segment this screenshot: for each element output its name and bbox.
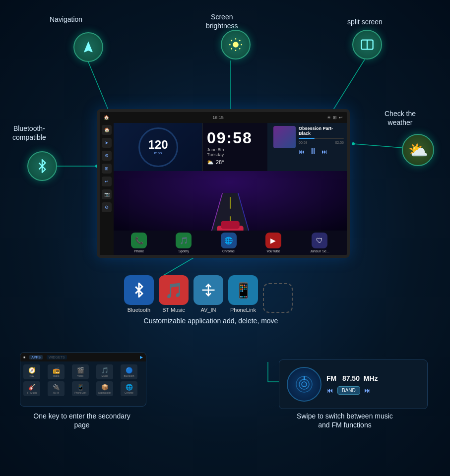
fm-frequency: FM 87.50 MHz xyxy=(326,374,420,382)
sidebar-back[interactable]: ↩ xyxy=(102,177,112,186)
app-junsun[interactable]: 🛡 Junsun Se... xyxy=(310,233,329,253)
dock-empty-slot[interactable] xyxy=(263,283,293,313)
music-controls: ⏮ ⏸ ⏭ xyxy=(299,146,344,157)
bluetooth-label: Bluetooth- compatible xyxy=(12,124,46,142)
prev-button[interactable]: ⏮ xyxy=(299,148,305,155)
fm-controls: ⏮ BAND ⏭ xyxy=(326,386,420,395)
bottom-dock: Bluetooth 🎵 BT Music AV_IN 📱 PhoneLink xyxy=(124,275,293,313)
sp-avin[interactable]: 🔌AV IN xyxy=(48,381,64,396)
svg-point-14 xyxy=(352,142,355,145)
screen-top-section: 120 mph 09:58 June 8th Tuesday ⛅28° xyxy=(114,123,347,171)
weather-button[interactable]: ⛅ xyxy=(402,134,434,166)
weather-label: Check the weather xyxy=(385,109,416,127)
current-date: June 8th xyxy=(207,147,263,152)
svg-line-5 xyxy=(164,258,193,275)
dock-phonelink[interactable]: 📱 PhoneLink xyxy=(228,275,258,313)
splitscreen-label: split screen xyxy=(347,17,383,26)
sp-music[interactable]: 🎵Music xyxy=(96,364,113,379)
splitscreen-button[interactable] xyxy=(352,30,382,60)
music-progress-fill xyxy=(299,138,315,139)
fm-prev-button[interactable]: ⏮ xyxy=(326,386,333,394)
dock-bluetooth[interactable]: Bluetooth xyxy=(124,275,154,313)
sp-phonelink[interactable]: 📱PhoneLink xyxy=(72,381,89,396)
fm-antenna-icon xyxy=(287,367,321,402)
road-scene xyxy=(114,171,347,231)
screen-body: 🏠 ➤ ⚙ ⊞ ↩ 📷 ⚙ 120 mph 09:58 xyxy=(100,123,347,255)
swipe-fm-label: Swipe to switch between music and FM fun… xyxy=(275,412,414,429)
app-youtube-label: YouTube xyxy=(266,249,280,253)
sp-chrome[interactable]: 🌐Chrome xyxy=(121,381,137,396)
speedometer: 120 mph xyxy=(114,123,203,171)
brightness-button[interactable] xyxy=(221,30,251,60)
svg-point-32 xyxy=(302,382,307,387)
screen-main-content: 120 mph 09:58 June 8th Tuesday ⛅28° xyxy=(114,123,347,255)
dock-avin[interactable]: AV_IN xyxy=(193,275,223,313)
music-time-current: 00:58 xyxy=(299,141,308,144)
sidebar-bt[interactable]: ⚙ xyxy=(102,151,112,161)
weather-display: ⛅28° xyxy=(207,159,263,166)
fm-next-button[interactable]: ⏭ xyxy=(364,386,371,394)
fm-band-button[interactable]: BAND xyxy=(337,386,360,395)
dock-bluetooth-label: Bluetooth xyxy=(128,307,150,313)
screen-sidebar: 🏠 ➤ ⚙ ⊞ ↩ 📷 ⚙ xyxy=(100,123,114,255)
dock-btmusic[interactable]: 🎵 BT Music xyxy=(159,275,189,313)
speedo-arc: 120 mph xyxy=(138,127,178,167)
customizable-text: Customizable application add, delete, mo… xyxy=(107,316,315,325)
sidebar-settings[interactable]: ⚙ xyxy=(102,202,112,212)
secondary-page-label: One key to enter the secondary page xyxy=(27,412,136,429)
main-display-screen: 🏠 16:15 ☀ ⊞ ↩ 🏠 ➤ ⚙ ⊞ ↩ 📷 ⚙ 120 xyxy=(97,109,350,258)
widgets-tab[interactable]: WIDGETS xyxy=(47,355,67,359)
secondary-page-thumbnail: ■ APPS WIDGETS ▶ 🧭Nav 📻Radio 🎬Video 🎵Mus… xyxy=(20,352,146,407)
dock-btmusic-label: BT Music xyxy=(162,307,185,313)
app-icons-row: 📞 Phone 🎵 Spotify 🌐 Chrome ▶ YouTube 🛡 xyxy=(114,231,347,255)
sidebar-cam[interactable]: 📷 xyxy=(102,189,112,199)
navigation-label: Navigation xyxy=(50,15,82,24)
time-section: 09:58 June 8th Tuesday ⛅28° xyxy=(203,123,267,171)
music-player: Obsession Part-Black 00:58 02:56 ⏮ ⏸ xyxy=(267,123,347,171)
secondary-icons-grid: 🧭Nav 📻Radio 🎬Video 🎵Music 🔵Bluetooth 🎸BT… xyxy=(20,361,146,399)
sp-appinstaller[interactable]: 📦AppInstaller xyxy=(96,381,113,396)
dock-phonelink-label: PhoneLink xyxy=(230,307,256,313)
current-day: Tuesday xyxy=(207,152,263,157)
music-title: Obsession Part-Black xyxy=(299,126,344,136)
fm-radio-widget: FM 87.50 MHz ⏮ BAND ⏭ xyxy=(279,359,428,409)
app-phone-label: Phone xyxy=(134,249,144,253)
svg-rect-27 xyxy=(221,221,240,229)
app-junsun-label: Junsun Se... xyxy=(310,249,329,253)
sp-bt[interactable]: 🔵Bluetooth xyxy=(121,364,137,379)
app-spotify-label: Spotify xyxy=(179,249,189,253)
svg-line-4 xyxy=(353,144,402,148)
secondary-page-header: ■ APPS WIDGETS ▶ xyxy=(20,353,146,361)
sidebar-nav[interactable]: ➤ xyxy=(102,138,112,148)
sidebar-home[interactable]: 🏠 xyxy=(102,125,112,135)
apps-tab[interactable]: APPS xyxy=(29,355,43,359)
next-button[interactable]: ⏭ xyxy=(321,148,327,155)
speed-unit: mph xyxy=(154,151,162,155)
music-progress-bar[interactable] xyxy=(299,138,344,139)
speed-value: 120 xyxy=(148,139,168,151)
svg-point-31 xyxy=(299,379,309,389)
app-chrome-label: Chrome xyxy=(222,249,235,253)
app-phone[interactable]: 📞 Phone xyxy=(131,233,147,253)
svg-point-16 xyxy=(233,42,239,48)
navigation-button[interactable] xyxy=(73,32,103,62)
current-time: 09:58 xyxy=(207,129,263,147)
album-art xyxy=(273,126,296,148)
screen-statusbar: 🏠 16:15 ☀ ⊞ ↩ xyxy=(100,112,347,123)
bluetooth-button[interactable] xyxy=(27,151,57,181)
sp-nav[interactable]: 🧭Nav xyxy=(23,364,40,379)
app-youtube[interactable]: ▶ YouTube xyxy=(265,233,281,253)
sp-btmusic[interactable]: 🎸BT Music xyxy=(23,381,40,396)
dock-avin-label: AV_IN xyxy=(201,307,216,313)
sidebar-apps[interactable]: ⊞ xyxy=(102,164,112,174)
sp-radio[interactable]: 📻Radio xyxy=(48,364,64,379)
road-svg xyxy=(114,171,347,231)
fm-info: FM 87.50 MHz ⏮ BAND ⏭ xyxy=(326,374,420,395)
music-time-total: 02:56 xyxy=(335,141,344,144)
app-spotify[interactable]: 🎵 Spotify xyxy=(176,233,192,253)
pause-button[interactable]: ⏸ xyxy=(309,146,318,157)
sp-video[interactable]: 🎬Video xyxy=(72,364,89,379)
brightness-label: Screen brightness xyxy=(206,12,238,30)
app-chrome[interactable]: 🌐 Chrome xyxy=(221,233,237,253)
